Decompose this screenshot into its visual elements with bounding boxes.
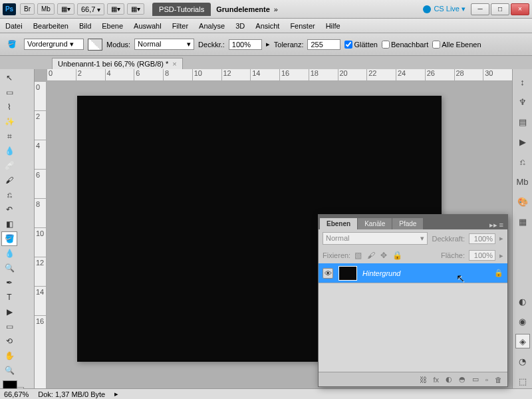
menu-ansicht[interactable]: Ansicht	[255, 22, 279, 30]
menu-hilfe[interactable]: Hilfe	[326, 22, 340, 30]
stamp-tool[interactable]: ⎌	[1, 188, 17, 202]
link-layers-icon[interactable]: ⛓	[420, 376, 427, 384]
info-panel-icon[interactable]: ▤	[515, 114, 530, 129]
crop-tool[interactable]: ⌗	[1, 129, 17, 144]
history-brush-tool[interactable]: ↶	[1, 202, 17, 217]
new-layer-icon[interactable]: ▫	[485, 376, 488, 384]
bridge-button[interactable]: Br	[20, 3, 35, 15]
layer-thumbnail[interactable]	[338, 266, 357, 281]
fill-source-select[interactable]: Vordergrund ▾	[24, 39, 84, 50]
path-select-tool[interactable]: ▶	[1, 305, 17, 319]
type-tool[interactable]: T	[1, 290, 17, 305]
mb-panel-icon[interactable]: Mb	[515, 174, 530, 189]
shape-tool[interactable]: ▭	[1, 319, 17, 334]
layer-fx-icon[interactable]: fx	[434, 376, 440, 384]
styles-panel-icon[interactable]: ⎌	[515, 154, 530, 169]
play-icon[interactable]: ▶	[515, 134, 530, 149]
zoom-level-button[interactable]: 66,7 ▾	[77, 3, 104, 15]
lock-transparency-icon[interactable]: ▧	[354, 251, 362, 260]
tab-pfade[interactable]: Pfade	[392, 218, 423, 229]
minimize-button[interactable]: ─	[471, 3, 489, 15]
layers-panel[interactable]: Ebenen Kanäle Pfade ▸▸ ≡ Normal▾ Deckkra…	[318, 214, 508, 387]
pen-tool[interactable]: ✒	[1, 275, 17, 290]
layers-panel-icon[interactable]: ◈	[515, 334, 530, 348]
tolerance-input[interactable]: 255	[307, 39, 340, 50]
swatches-panel-icon[interactable]: ▦	[515, 214, 530, 229]
document-tab-row: Unbenannt-1 bei 66,7% (RGB/8) * ×	[0, 56, 532, 69]
masks-panel-icon[interactable]: ◉	[515, 314, 530, 329]
doc-info[interactable]: Dok: 1,37 MB/0 Byte	[38, 390, 105, 398]
layer-fill-input[interactable]: 100%	[469, 250, 495, 261]
blur-tool[interactable]: 💧	[1, 246, 17, 261]
screen-mode-button[interactable]: ▦▾	[57, 3, 74, 15]
blend-mode-select[interactable]: Normal▾	[134, 39, 194, 50]
ruler-vertical: 0246 8101214 16	[35, 81, 47, 388]
history-panel-icon[interactable]: ↕	[515, 74, 530, 89]
paths-panel-icon[interactable]: ⬚	[515, 374, 530, 388]
panel-menu-icon[interactable]: ▸▸ ≡	[485, 221, 507, 229]
opacity-input[interactable]: 100%	[229, 39, 262, 50]
workspace-label[interactable]: Grundelemente	[216, 5, 270, 13]
paint-bucket-tool[interactable]: 🪣	[1, 231, 17, 246]
chevron-right-icon[interactable]: ▸	[114, 390, 118, 398]
channels-panel-icon[interactable]: ◔	[515, 354, 530, 368]
brush-tool[interactable]: 🖌	[1, 173, 17, 188]
delete-layer-icon[interactable]: 🗑	[495, 376, 502, 384]
layers-panel-tabs: Ebenen Kanäle Pfade ▸▸ ≡	[319, 215, 507, 229]
actions-panel-icon[interactable]: ♆	[515, 94, 530, 109]
adjustments-panel-icon[interactable]: ◐	[515, 294, 530, 309]
hand-tool[interactable]: ✋	[1, 348, 17, 363]
menu-ebene[interactable]: Ebene	[102, 22, 123, 30]
layers-list: 👁 Hintergrund 🔒	[319, 263, 507, 372]
tab-kanaele[interactable]: Kanäle	[358, 218, 392, 229]
document-tab-label: Unbenannt-1 bei 66,7% (RGB/8) *	[58, 60, 168, 68]
lock-position-icon[interactable]: ✥	[380, 251, 387, 260]
adjustment-layer-icon[interactable]: ◓	[459, 375, 466, 384]
antialias-checkbox[interactable]: Glätten	[344, 41, 377, 49]
lock-all-icon[interactable]: 🔒	[392, 251, 402, 260]
workspace-tab[interactable]: PSD-Tutorials	[152, 3, 211, 16]
menu-bearbeiten[interactable]: Bearbeiten	[33, 22, 68, 30]
eraser-tool[interactable]: ◧	[1, 217, 17, 231]
layers-panel-footer: ⛓ fx ◐ ◓ ▭ ▫ 🗑	[319, 372, 507, 386]
menu-3d[interactable]: 3D	[235, 22, 245, 30]
3d-tool[interactable]: ⟲	[1, 334, 17, 348]
pattern-swatch[interactable]	[88, 39, 102, 51]
dodge-tool[interactable]: 🔍	[1, 261, 17, 275]
minibridge-button[interactable]: Mb	[37, 3, 55, 15]
layer-row[interactable]: 👁 Hintergrund 🔒	[319, 263, 507, 283]
cs-live-button[interactable]: CS Live ▾	[423, 5, 466, 13]
menu-filter[interactable]: Filter	[172, 22, 188, 30]
lasso-tool[interactable]: ⌇	[1, 100, 17, 114]
zoom-status[interactable]: 66,67%	[4, 390, 29, 398]
menu-fenster[interactable]: Fenster	[290, 22, 315, 30]
close-button[interactable]: ×	[511, 3, 529, 15]
menu-analyse[interactable]: Analyse	[199, 22, 225, 30]
menu-auswahl[interactable]: Auswahl	[134, 22, 162, 30]
tab-ebenen[interactable]: Ebenen	[320, 218, 357, 229]
move-tool[interactable]: ↖	[1, 70, 17, 85]
view-icon[interactable]: ▦▾	[127, 3, 144, 15]
lock-pixels-icon[interactable]: 🖌	[367, 251, 375, 260]
layer-blend-mode-select[interactable]: Normal▾	[323, 232, 428, 245]
contiguous-checkbox[interactable]: Benachbart	[382, 41, 428, 49]
layer-opacity-input[interactable]: 100%	[469, 233, 495, 244]
marquee-tool[interactable]: ▭	[1, 85, 17, 100]
zoom-tool[interactable]: 🔍	[1, 363, 17, 378]
maximize-button[interactable]: □	[491, 3, 509, 15]
healing-tool[interactable]: 🩹	[1, 158, 17, 173]
magic-wand-tool[interactable]: ✨	[1, 114, 17, 129]
arrange-icon[interactable]: ▦▾	[107, 3, 124, 15]
menu-bild[interactable]: Bild	[79, 22, 91, 30]
layer-name[interactable]: Hintergrund	[362, 269, 489, 277]
visibility-toggle[interactable]: 👁	[323, 268, 333, 279]
all-layers-checkbox[interactable]: Alle Ebenen	[432, 41, 481, 49]
new-group-icon[interactable]: ▭	[472, 375, 479, 384]
layer-mask-icon[interactable]: ◐	[446, 375, 452, 384]
eyedropper-tool[interactable]: 💧	[1, 144, 17, 158]
document-tab[interactable]: Unbenannt-1 bei 66,7% (RGB/8) * ×	[52, 58, 183, 69]
color-panel-icon[interactable]: 🎨	[515, 194, 530, 209]
menu-datei[interactable]: Datei	[5, 22, 23, 30]
close-tab-icon[interactable]: ×	[172, 60, 176, 68]
chevron-right-icon[interactable]: »	[274, 5, 278, 13]
